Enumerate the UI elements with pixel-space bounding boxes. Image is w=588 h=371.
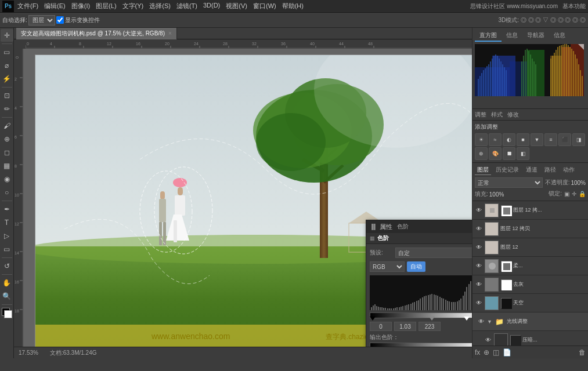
tool-eraser[interactable]: ◻	[1, 146, 13, 159]
style-tab-timeline[interactable]: 修改	[507, 111, 519, 119]
tab-layers[interactable]: 图层	[475, 165, 491, 175]
tab-info2[interactable]: 信息	[549, 30, 570, 42]
channel-dropdown[interactable]: RGB	[370, 261, 405, 272]
lock-all-icon[interactable]: 🔒	[579, 191, 586, 197]
layer-visibility-toggle[interactable]: 👁	[475, 243, 483, 252]
tool-type[interactable]: T	[1, 216, 13, 229]
canvas-inner: www.anwenchao.com 查字典.chazidian.com ▐▌ 属…	[23, 49, 472, 347]
layer-visibility-toggle[interactable]: 👁	[477, 318, 485, 326]
layer-visibility-toggle[interactable]: 👁	[475, 225, 483, 233]
show-transform-check[interactable]: 显示变换控件	[56, 16, 100, 24]
tool-eyedropper[interactable]: ✏	[1, 103, 13, 115]
tool-3d-rotate[interactable]: ↺	[1, 260, 13, 272]
adj-levels[interactable]: 🔲	[503, 147, 515, 160]
black-point-slider[interactable]	[370, 317, 376, 321]
white-point-input[interactable]	[419, 322, 441, 331]
layer-blend-mode[interactable]: 正常	[475, 177, 543, 188]
add-mask-button[interactable]: ⊕	[484, 348, 489, 357]
fill-value[interactable]: 100%	[489, 191, 504, 198]
tool-dodge[interactable]: ○	[1, 186, 13, 199]
adj-colorbalance[interactable]: ≡	[544, 133, 557, 146]
delete-layer-button[interactable]: 🗑	[579, 348, 586, 357]
tab-info[interactable]: 信息	[502, 30, 522, 42]
tool-shape[interactable]: ▭	[1, 243, 13, 256]
tab-actions[interactable]: 动作	[561, 165, 577, 175]
menu-window[interactable]: 窗口(W)	[253, 2, 276, 10]
layer-visibility-toggle[interactable]: 👁	[484, 336, 492, 344]
tab-close[interactable]: ×	[168, 30, 172, 37]
tool-select-rect[interactable]: ▭	[1, 46, 13, 59]
tool-lasso[interactable]: ⌀	[1, 59, 13, 72]
menu-filter[interactable]: 滤镜(T)	[176, 2, 197, 10]
tool-hand[interactable]: ✋	[1, 277, 13, 289]
layer-item[interactable]: 👁 柔...	[472, 257, 588, 275]
white-point-slider[interactable]	[464, 317, 470, 321]
menu-edit[interactable]: 编辑(E)	[44, 2, 66, 10]
layer-group-item[interactable]: 👁 ▼ 📁 光线调整	[472, 312, 588, 331]
layer-visibility-toggle[interactable]: 👁	[475, 299, 483, 307]
auto-button[interactable]: 自动	[407, 261, 425, 272]
tab-paths[interactable]: 路径	[542, 165, 558, 175]
layer-item[interactable]: 👁 去灰	[472, 275, 588, 294]
style-tab-style[interactable]: 样式	[491, 111, 503, 119]
layer-item[interactable]: 👁 图层 12	[472, 238, 588, 257]
adj-channelmixer[interactable]: ⊕	[475, 147, 488, 160]
menu-text[interactable]: 文字(Y)	[122, 2, 144, 10]
layer-visibility-toggle[interactable]: 👁	[475, 262, 483, 270]
style-tab-adjust[interactable]: 调整	[475, 111, 486, 119]
adj-curves[interactable]: ≈	[489, 133, 502, 146]
adj-exposure[interactable]: ◐	[503, 133, 515, 146]
add-style-button[interactable]: fx	[475, 348, 480, 357]
layer-item[interactable]: 👁 图层 12 拷贝	[472, 220, 588, 238]
tool-brush[interactable]: 🖌	[1, 119, 13, 132]
mid-point-slider[interactable]	[429, 317, 435, 321]
tool-move[interactable]: ✛	[1, 29, 13, 42]
black-point-input[interactable]	[370, 322, 392, 331]
new-layer-button[interactable]: 📄	[503, 348, 511, 357]
new-group-button[interactable]: ◫	[493, 348, 499, 357]
layer-item[interactable]: 👁 图层 12 拷...	[472, 201, 588, 220]
auto-select-dropdown[interactable]: 图层	[28, 15, 55, 26]
menu-select[interactable]: 选择(S)	[149, 2, 171, 10]
adj-colorlookup[interactable]: 🎨	[489, 147, 502, 160]
svg-rect-175	[559, 46, 560, 96]
tool-path-select[interactable]: ▷	[1, 230, 13, 242]
tool-gradient[interactable]: ▦	[1, 159, 13, 172]
adj-posterize[interactable]: ◧	[517, 147, 529, 160]
preset-dropdown[interactable]: 自定	[395, 248, 472, 258]
layer-visibility-toggle[interactable]: 👁	[475, 281, 483, 289]
foreground-color[interactable]	[1, 307, 13, 319]
tool-pen[interactable]: ✒	[1, 203, 13, 216]
menu-file[interactable]: 文件(F)	[17, 2, 38, 10]
tab-channels[interactable]: 通道	[524, 165, 540, 175]
layer-item[interactable]: 👁 天空	[472, 294, 588, 312]
tool-clone[interactable]: ⊕	[1, 133, 13, 146]
layer-item[interactable]: 👁 压暗...	[472, 331, 588, 345]
tool-magic-wand[interactable]: ⚡	[1, 72, 13, 85]
menu-3d[interactable]: 3D(D)	[203, 2, 220, 10]
lock-position-icon[interactable]: ✛	[572, 191, 576, 197]
tool-zoom[interactable]: 🔍	[1, 290, 13, 303]
mid-point-input[interactable]	[394, 322, 416, 331]
lock-pixels-icon[interactable]: ▣	[564, 191, 569, 197]
group-expand-icon[interactable]: ▼	[487, 319, 492, 325]
layer-visibility-toggle[interactable]: 👁	[475, 206, 483, 214]
opacity-value[interactable]: 100%	[571, 180, 586, 186]
tool-blur[interactable]: ◉	[1, 173, 13, 186]
svg-text:0: 0	[27, 42, 29, 46]
menu-help[interactable]: 帮助(H)	[282, 2, 304, 10]
adj-hsl[interactable]: ▼	[531, 133, 543, 146]
document-tab[interactable]: 安文超高端婚图培训机构.psd @ 17.5% (大逆光, RGB/8) ×	[16, 28, 177, 39]
adj-blackwhite[interactable]: ⬛	[558, 133, 571, 146]
adj-vibrance[interactable]: ■	[517, 133, 529, 146]
tab-history[interactable]: 历史记录	[493, 165, 521, 175]
menu-view[interactable]: 视图(V)	[226, 2, 247, 10]
menu-layer[interactable]: 图层(L)	[96, 2, 116, 10]
tab-navigator[interactable]: 导航器	[522, 30, 549, 42]
adj-photofilter[interactable]: ◨	[572, 133, 585, 146]
transform-checkbox[interactable]	[56, 16, 64, 24]
adj-brightness[interactable]: ☀	[475, 133, 488, 146]
menu-image[interactable]: 图像(I)	[71, 2, 90, 10]
tab-histogram[interactable]: 直方图	[475, 30, 502, 42]
tool-crop[interactable]: ⊡	[1, 89, 13, 102]
